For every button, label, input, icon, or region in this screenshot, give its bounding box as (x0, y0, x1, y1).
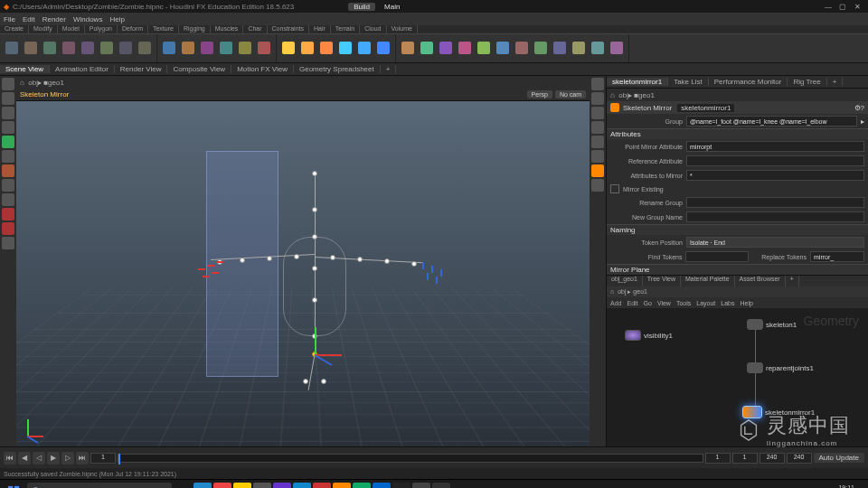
frame-rend-field[interactable]: 240 (760, 453, 785, 464)
net-menu-help[interactable]: Help (740, 300, 752, 306)
net-menu-labs[interactable]: Labs (721, 300, 734, 306)
shelf-tool[interactable] (456, 37, 474, 61)
help-icon[interactable]: ? (861, 104, 864, 112)
find-tokens-field[interactable] (685, 251, 749, 262)
parm-path-obj[interactable]: obj (618, 91, 628, 99)
shelf-tool[interactable] (437, 37, 455, 61)
shelf-tool[interactable] (589, 37, 607, 61)
hq-icon[interactable] (591, 179, 604, 192)
shelf-tab[interactable]: Char (243, 25, 267, 33)
wire-mode-icon[interactable] (591, 92, 604, 105)
attributes-section[interactable]: Attributes (607, 128, 868, 139)
shelf-tool[interactable] (532, 37, 550, 61)
shading-mode-icon[interactable] (591, 78, 604, 90)
net-menu-edit[interactable]: Edit (627, 300, 637, 306)
handle-tool-icon[interactable] (2, 136, 14, 148)
shelf-tab[interactable]: Texture (148, 25, 179, 33)
shelf-tab[interactable]: Volume (387, 25, 418, 33)
menu-help[interactable]: Help (109, 15, 124, 23)
display-options-icon[interactable] (591, 107, 604, 119)
net-menu-tools[interactable]: Tools (676, 300, 691, 306)
shelf-tool[interactable] (355, 37, 373, 61)
shelf-tab[interactable]: Rigging (179, 25, 211, 33)
frame-end-field[interactable]: 240 (787, 453, 812, 464)
snap-tool-icon[interactable] (2, 164, 14, 177)
gear-icon[interactable]: ⚙ (854, 104, 861, 112)
shelf-tab[interactable]: Polygon (85, 25, 118, 33)
path-node[interactable]: geo1 (48, 79, 64, 87)
playhead-icon[interactable] (118, 454, 120, 465)
frame-current-field[interactable]: 1 (705, 453, 731, 464)
token-pos-field[interactable]: Isolate · End (686, 237, 864, 248)
tab-render-view[interactable]: Render View (115, 65, 168, 73)
taskbar-app-icon[interactable] (353, 483, 371, 489)
naming-section[interactable]: Naming (607, 224, 868, 235)
taskbar-app-icon[interactable] (412, 483, 430, 489)
shelf-tool[interactable] (198, 37, 216, 61)
nocam-menu[interactable]: No cam (555, 90, 586, 99)
shelf-tool[interactable] (79, 37, 97, 61)
rotate-tool-icon[interactable] (2, 107, 14, 119)
net-tab[interactable]: obj_geo1 (607, 276, 643, 286)
tab-add[interactable]: + (381, 65, 397, 73)
net-menu-add[interactable]: Add (610, 300, 621, 306)
taskbar-app-icon[interactable] (193, 483, 212, 489)
last-frame-button[interactable]: ⏭ (76, 452, 89, 465)
shelf-tab[interactable]: Deform (118, 25, 148, 33)
tab-scene-view[interactable]: Scene View (0, 65, 50, 73)
taskbar-app-icon[interactable] (313, 483, 331, 489)
ref-attr-field[interactable] (686, 155, 864, 166)
shelf-tab[interactable]: Create (0, 25, 29, 33)
network-path-bar[interactable]: ⌂ obj ▸ geo1 (607, 286, 868, 297)
start-button[interactable] (2, 482, 25, 489)
frame-rstart-field[interactable]: 1 (732, 453, 758, 464)
group-picker-icon[interactable]: ▸ (861, 117, 864, 126)
taskbar-app-icon[interactable] (373, 483, 391, 489)
prev-frame-button[interactable]: ◀ (18, 452, 31, 465)
shelf-tool[interactable] (60, 37, 78, 61)
close-icon[interactable]: ✕ (850, 3, 864, 11)
menu-edit[interactable]: Edit (23, 15, 35, 23)
first-frame-button[interactable]: ⏮ (4, 452, 16, 465)
desktop-main[interactable]: Main (384, 3, 400, 11)
shelf-tool[interactable] (136, 37, 154, 61)
capture-tool-icon[interactable] (2, 222, 14, 235)
shelf-tab[interactable]: Cloud (360, 25, 386, 33)
shelf-tool[interactable] (41, 37, 59, 61)
view-tool-icon[interactable] (2, 179, 14, 192)
frame-start-field[interactable]: 1 (90, 453, 116, 464)
operator-name-field[interactable]: skeletonmirror1 (677, 104, 734, 112)
shelf-tool[interactable] (336, 37, 354, 61)
tab-rigtree[interactable]: Rig Tree (788, 78, 826, 86)
taskbar-app-icon[interactable] (432, 483, 450, 489)
tab-anim-editor[interactable]: Animation Editor (50, 65, 115, 73)
tab-takelist[interactable]: Take List (668, 78, 709, 86)
gizmo-y-axis-icon[interactable] (315, 327, 316, 354)
timeline-track[interactable] (118, 454, 703, 463)
node-skeleton[interactable]: skeleton1 (747, 319, 797, 330)
mirror-existing-checkbox[interactable] (610, 184, 619, 193)
mirror-plane-section[interactable]: Mirror Plane (607, 264, 868, 275)
shelf-tool[interactable] (117, 37, 135, 61)
shelf-tool[interactable] (160, 37, 178, 61)
node-reparent[interactable]: reparentjoints1 (747, 362, 814, 373)
tab-composite-view[interactable]: Composite View (167, 65, 231, 73)
taskbar-search[interactable]: 🔍 Type here to search (27, 483, 172, 489)
net-tab[interactable]: Asset Browser (735, 276, 786, 286)
shelf-tab[interactable]: Terrain (331, 25, 360, 33)
shelf-tool[interactable] (298, 37, 316, 61)
shelf-tab[interactable]: Muscles (211, 25, 244, 33)
shelf-tool[interactable] (279, 37, 297, 61)
menu-file[interactable]: File (4, 15, 15, 23)
net-tab[interactable]: + (786, 276, 799, 286)
menu-windows[interactable]: Windows (73, 15, 102, 23)
shelf-tool[interactable] (374, 37, 392, 61)
shelf-tool[interactable] (317, 37, 335, 61)
shelf-tool[interactable] (22, 37, 40, 61)
tab-add[interactable]: + (827, 78, 844, 86)
net-menu-view[interactable]: View (657, 300, 671, 306)
net-menu-go[interactable]: Go (644, 300, 652, 306)
shelf-tab[interactable]: Model (58, 25, 85, 33)
group-field[interactable]: @name=l_foot @name=l_knee @name=l_elbow … (686, 116, 857, 127)
shelf-tool[interactable] (98, 37, 116, 61)
